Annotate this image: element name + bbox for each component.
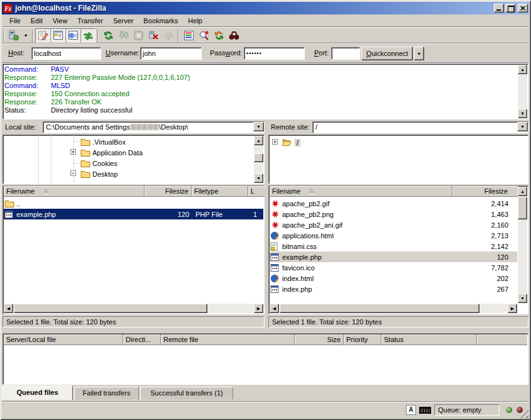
tree-item-application-data[interactable]: + Application Data [3,147,254,158]
activity-indicator-icon [517,407,523,413]
host-input[interactable] [31,47,101,60]
cancel-button[interactable] [131,28,146,43]
remote-horizontal-scrollbar[interactable]: ◀ ▶ [270,304,517,313]
close-button[interactable] [518,4,528,13]
file-row-example-php[interactable]: example.php 120 PHP File 1 [4,209,263,219]
combo-dropdown-icon[interactable]: ▼ [517,122,528,131]
filezilla-app-icon[interactable]: Fz [3,4,13,13]
file-row[interactable]: applications.html 2,713 [270,230,517,241]
remote-column-filesize[interactable]: Filesize [452,186,518,197]
tree-item-cookies[interactable]: Cookies [3,158,254,169]
toggle-message-log-button[interactable] [35,28,50,43]
menu-bookmarks[interactable]: Bookmarks [138,16,183,26]
scroll-up-button[interactable]: ▲ [518,65,527,74]
local-site-combo[interactable]: C:\Documents and Settings\Desktop\ ▼ [43,121,265,133]
remote-column-filename[interactable]: Filename [270,186,452,197]
refresh-button[interactable] [101,28,116,43]
local-column-filename[interactable]: Filename [4,186,145,197]
local-site-bar: Local site: C:\Documents and Settings\De… [3,121,265,133]
remote-vertical-scrollbar[interactable]: ▲ ▼ [518,187,527,303]
scroll-right-button[interactable]: ▶ [254,304,263,313]
directory-comparison-button[interactable] [196,28,211,43]
menu-help[interactable]: Help [183,16,207,26]
scroll-down-button[interactable]: ▼ [518,109,527,118]
scrollbar-thumb[interactable] [14,304,207,313]
tree-item-virtualbox[interactable]: .VirtualBox [3,136,254,147]
toggle-remote-tree-button[interactable] [65,28,80,43]
file-row[interactable]: apache_pb2_ani.gif 2,160 [270,219,517,230]
site-manager-button[interactable] [6,28,21,43]
process-queue-button[interactable] [116,28,131,43]
local-directory-tree: .VirtualBox + Application Data Cookies −… [3,135,265,184]
local-column-filetype[interactable]: Filetype [192,186,248,197]
tab-successful-transfers[interactable]: Successful transfers (1) [140,387,233,399]
maximize-button[interactable] [505,4,515,13]
tree-item-desktop[interactable]: − Desktop [3,169,254,179]
file-row[interactable]: apache_pb2.png 1,463 [270,209,517,219]
scroll-left-button[interactable]: ◀ [4,304,13,313]
tab-failed-transfers[interactable]: Failed transfers [74,387,139,399]
synchronized-browsing-button[interactable] [211,28,226,43]
username-input[interactable] [140,47,202,60]
scroll-down-button[interactable]: ▼ [254,174,263,183]
queue-column-size[interactable]: Size [295,334,344,345]
queue-column-remote-file[interactable]: Remote file [161,334,295,345]
queue-column-status[interactable]: Status [381,334,477,345]
local-column-filesize[interactable]: Filesize [145,186,192,197]
scrollbar-thumb[interactable] [518,197,527,219]
log-entry: Command:PASV [4,65,517,74]
queue-column-direction[interactable]: Directi... [123,334,161,345]
combo-dropdown-icon[interactable]: ▼ [253,122,264,131]
remote-path-value[interactable]: / [312,121,528,133]
tree-expand-icon[interactable]: + [272,139,278,145]
file-row-example-php[interactable]: example.php 120 [270,251,517,262]
menu-file[interactable]: File [4,16,26,26]
quickconnect-button[interactable]: Quickconnect [361,47,413,60]
menu-view[interactable]: View [48,16,73,26]
local-column-last-modified[interactable]: L [248,186,265,197]
minimize-button[interactable] [494,4,504,13]
password-input[interactable] [244,47,305,60]
toolbar-separator [32,30,33,42]
menu-edit[interactable]: Edit [26,16,48,26]
tree-collapse-icon[interactable]: − [70,170,76,176]
file-row-parent-dir[interactable]: .. [4,198,263,209]
file-row[interactable]: index.html 202 [270,273,517,284]
scrollbar-thumb[interactable] [254,153,263,162]
tree-item-root[interactable]: + / [269,137,518,148]
find-files-button[interactable] [226,28,241,43]
tab-queued-files[interactable]: Queued files [2,385,73,400]
queue-column-priority[interactable]: Priority [344,334,381,345]
transfer-type-indicator-icon[interactable]: A [406,405,416,415]
local-path-value[interactable]: C:\Documents and Settings\Desktop\ [43,121,265,133]
scroll-down-button[interactable]: ▼ [518,294,527,303]
file-row[interactable]: bitnami.css 2,142 [270,241,517,251]
site-manager-dropdown-button[interactable]: ▼ [21,28,30,43]
scroll-right-button[interactable]: ▶ [508,304,517,313]
scroll-up-button[interactable]: ▲ [518,187,527,196]
toggle-local-tree-button[interactable] [50,28,65,43]
menu-transfer[interactable]: Transfer [72,16,108,26]
local-tree-scrollbar[interactable]: ▲ ▼ [254,136,263,183]
tree-expand-icon[interactable]: + [70,149,76,155]
image-file-icon [270,221,279,229]
scroll-left-button[interactable]: ◀ [270,304,279,313]
local-horizontal-scrollbar[interactable]: ◀ ▶ [4,304,263,313]
queue-empty-area [4,346,527,384]
file-row[interactable]: apache_pb2.gif 2,414 [270,198,517,209]
file-row[interactable]: index.php 267 [270,284,517,294]
scroll-up-button[interactable]: ▲ [254,136,263,145]
port-input[interactable] [331,47,360,60]
directory-filters-button[interactable] [181,28,196,43]
remote-site-combo[interactable]: / ▼ [312,121,528,133]
speed-limit-icon[interactable] [419,407,431,414]
menu-server[interactable]: Server [108,16,138,26]
log-scrollbar[interactable]: ▲ ▼ [518,65,527,118]
disconnect-button[interactable] [146,28,161,43]
scrollbar-thumb[interactable] [280,304,479,313]
toggle-transfer-queue-button[interactable] [80,28,96,43]
queue-column-local-file[interactable]: Server/Local file [4,334,123,345]
reconnect-button[interactable] [161,28,176,43]
quickconnect-dropdown-button[interactable]: ▼ [414,47,424,60]
file-row[interactable]: favicon.ico 7,782 [270,262,517,273]
